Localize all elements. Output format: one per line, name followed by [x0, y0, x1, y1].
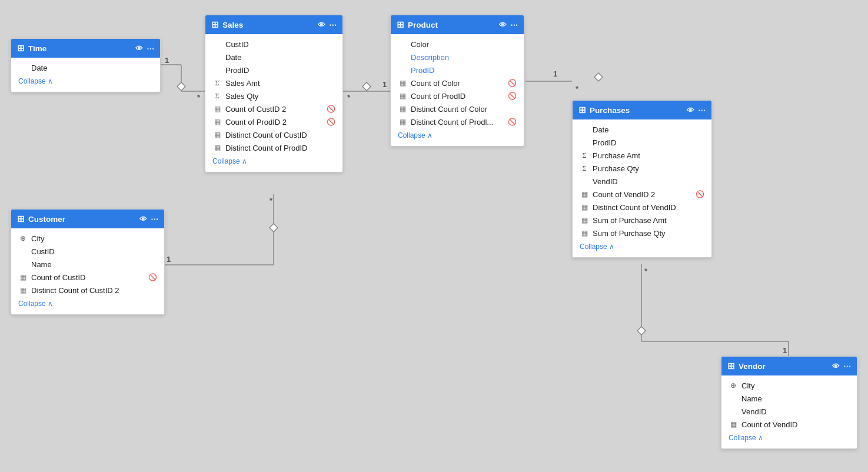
table-purchases-icon: ⊞: [578, 105, 586, 115]
eye-icon[interactable]: 👁: [832, 362, 840, 371]
conn-customer-sales-star: *: [270, 196, 273, 205]
svg-marker-8: [594, 73, 603, 81]
field-prodid[interactable]: ProdID: [573, 136, 711, 149]
field-custid[interactable]: CustID: [205, 38, 342, 51]
field-purchase-qty[interactable]: Σ Purchase Qty: [573, 162, 711, 175]
collapse-vendor-label: Collapse: [729, 434, 756, 442]
field-distinct-vendid[interactable]: ▦ Distinct Count of VendID: [573, 201, 711, 214]
field-prodid[interactable]: ProdID: [391, 64, 524, 77]
field-count-color[interactable]: ▦ Count of Color 🚫: [391, 77, 524, 89]
table-vendor-title: Vendor: [739, 362, 829, 371]
table-purchases-body: Date ProdID Σ Purchase Amt Σ Purchase Qt…: [573, 119, 711, 257]
table-sales-actions[interactable]: 👁 ⋯: [318, 21, 337, 29]
hidden-icon: 🚫: [327, 105, 335, 113]
table-purchases-actions[interactable]: 👁 ⋯: [687, 106, 706, 115]
conn-purchases-vendor-star: *: [644, 267, 648, 275]
eye-icon[interactable]: 👁: [499, 21, 507, 29]
table-time-header: ⊞ Time 👁 ⋯: [11, 39, 160, 58]
collapse-customer[interactable]: Collapse ∧: [11, 297, 164, 311]
table-sales-title: Sales: [222, 21, 314, 29]
field-sales-amt[interactable]: Σ Sales Amt: [205, 77, 342, 89]
field-name[interactable]: Name: [11, 258, 164, 271]
field-distinct-custid[interactable]: ▦ Distinct Count of CustID: [205, 128, 342, 141]
collapse-time[interactable]: Collapse ∧: [11, 74, 160, 88]
field-count-vendid[interactable]: ▦ Count of VendID: [721, 418, 857, 431]
collapse-purchases[interactable]: Collapse ∧: [573, 240, 711, 254]
table-vendor-body: ⊕ City Name VendID ▦ Count of VendID Col…: [721, 375, 857, 448]
table-icon: ▦: [398, 92, 407, 100]
eye-icon[interactable]: 👁: [135, 44, 143, 53]
table-time-actions[interactable]: 👁 ⋯: [135, 44, 154, 53]
conn-customer-sales-1: 1: [167, 255, 171, 264]
more-icon[interactable]: ⋯: [510, 21, 518, 29]
collapse-vendor[interactable]: Collapse ∧: [721, 431, 857, 445]
field-purchase-amt[interactable]: Σ Purchase Amt: [573, 149, 711, 162]
table-sales: ⊞ Sales 👁 ⋯ CustID Date ProdID Σ Sale: [205, 15, 343, 172]
field-count-custid[interactable]: ▦ Count of CustID 🚫: [11, 271, 164, 284]
collapse-vendor-arrow: ∧: [758, 434, 763, 442]
collapse-customer-label: Collapse: [18, 300, 46, 308]
collapse-sales-arrow: ∧: [242, 157, 247, 165]
more-icon[interactable]: ⋯: [329, 21, 337, 29]
hidden-icon: 🚫: [508, 118, 517, 126]
field-distinct-custid2[interactable]: ▦ Distinct Count of CustID 2: [11, 284, 164, 297]
field-date-name: Date: [31, 64, 153, 72]
field-vendid[interactable]: VendID: [721, 405, 857, 418]
table-sales-body: CustID Date ProdID Σ Sales Amt Σ Sales Q…: [205, 34, 342, 172]
field-count-vendid2[interactable]: ▦ Count of VendID 2 🚫: [573, 188, 711, 201]
table-customer-actions[interactable]: 👁 ⋯: [139, 215, 158, 224]
field-count-prodid2[interactable]: ▦ Count of ProdID 2 🚫: [205, 115, 342, 128]
field-description[interactable]: Description: [391, 51, 524, 64]
field-color[interactable]: Color: [391, 38, 524, 51]
table-icon: ▦: [398, 105, 407, 113]
more-icon[interactable]: ⋯: [151, 215, 158, 224]
svg-marker-15: [637, 327, 646, 335]
table-product-actions[interactable]: 👁 ⋯: [499, 21, 518, 29]
collapse-sales[interactable]: Collapse ∧: [205, 154, 342, 168]
svg-marker-3: [177, 82, 185, 91]
field-date[interactable]: Date: [205, 51, 342, 64]
eye-icon[interactable]: 👁: [318, 21, 325, 29]
field-custid[interactable]: CustID: [11, 245, 164, 258]
table-customer: ⊞ Customer 👁 ⋯ ⊕ City CustID Name ▦ Co: [11, 209, 165, 315]
field-sum-purchase-qty[interactable]: ▦ Sum of Purchase Qty: [573, 227, 711, 240]
table-icon: ▦: [212, 131, 222, 139]
table-vendor-actions[interactable]: 👁 ⋯: [832, 362, 851, 371]
sigma-icon: Σ: [580, 151, 589, 160]
table-icon: ▦: [212, 144, 222, 152]
field-city[interactable]: ⊕ City: [721, 379, 857, 392]
hidden-icon: 🚫: [696, 190, 704, 198]
collapse-product-arrow: ∧: [427, 131, 433, 139]
collapse-time-label: Collapse: [18, 77, 46, 85]
field-count-custid2[interactable]: ▦ Count of CustID 2 🚫: [205, 102, 342, 115]
field-city[interactable]: ⊕ City: [11, 232, 164, 245]
field-name[interactable]: Name: [721, 392, 857, 405]
collapse-sales-label: Collapse: [212, 157, 240, 165]
field-vendid[interactable]: VendID: [573, 175, 711, 188]
eye-icon[interactable]: 👁: [139, 215, 147, 224]
field-sum-purchase-amt[interactable]: ▦ Sum of Purchase Amt: [573, 214, 711, 227]
conn-product-purchases-star: *: [576, 84, 579, 93]
sigma-icon: Σ: [212, 79, 222, 88]
more-icon[interactable]: ⋯: [698, 106, 706, 115]
field-distinct-color[interactable]: ▦ Distinct Count of Color: [391, 102, 524, 115]
table-time-icon: ⊞: [17, 43, 25, 54]
eye-icon[interactable]: 👁: [687, 106, 694, 115]
field-date[interactable]: Date: [11, 61, 160, 74]
more-icon[interactable]: ⋯: [843, 362, 851, 371]
conn-purchases-vendor-1: 1: [783, 346, 787, 355]
field-date[interactable]: Date: [573, 123, 711, 136]
hidden-icon: 🚫: [327, 118, 335, 126]
more-icon[interactable]: ⋯: [147, 44, 154, 53]
table-icon: ▦: [580, 203, 589, 211]
collapse-product[interactable]: Collapse ∧: [391, 128, 524, 142]
table-purchases-header: ⊞ Purchases 👁 ⋯: [573, 101, 711, 119]
field-sales-qty[interactable]: Σ Sales Qty: [205, 89, 342, 102]
field-distinct-prodid[interactable]: ▦ Distinct Count of ProdID: [205, 141, 342, 154]
field-count-prodid[interactable]: ▦ Count of ProdID 🚫: [391, 89, 524, 102]
hidden-icon: 🚫: [148, 273, 157, 281]
table-purchases-title: Purchases: [590, 106, 683, 115]
hidden-icon: 🚫: [508, 92, 517, 100]
field-distinct-prodl[interactable]: ▦ Distinct Count of Prodl... 🚫: [391, 115, 524, 128]
field-prodid[interactable]: ProdID: [205, 64, 342, 77]
